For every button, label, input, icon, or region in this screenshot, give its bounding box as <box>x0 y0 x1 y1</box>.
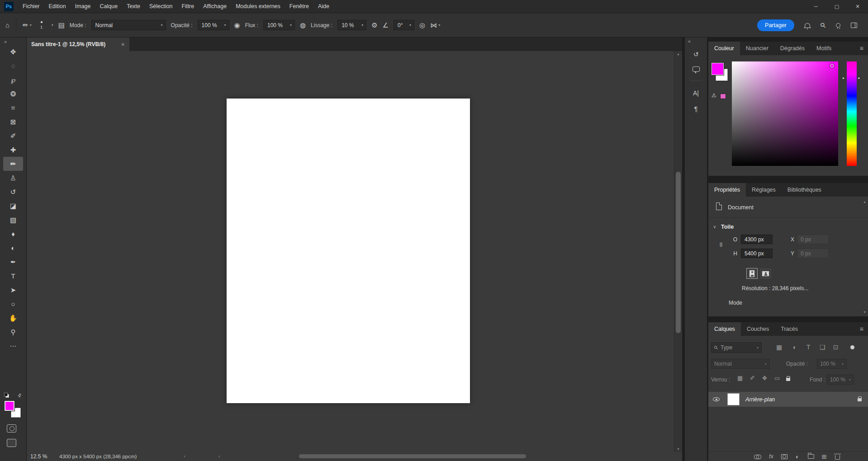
gradient-tool[interactable]: ▧ <box>3 213 23 227</box>
close-button[interactable]: ✕ <box>847 0 868 13</box>
menu-item-fichier[interactable]: Fichier <box>18 3 44 9</box>
smart-object-filter-icon[interactable]: ⊡ <box>833 343 839 351</box>
layer-thumbnail[interactable] <box>727 393 740 405</box>
foreground-color-swatch[interactable] <box>5 401 14 411</box>
share-button[interactable]: Partager <box>757 19 794 31</box>
discover-lightbulb-icon[interactable] <box>836 23 840 28</box>
link-dimensions-icon[interactable]: ∞ <box>718 242 725 247</box>
quick-selection-tool[interactable]: ❂ <box>3 87 23 101</box>
layer-visibility-eye-icon[interactable] <box>713 397 720 401</box>
vertical-scrollbar[interactable]: ▲ ▼ <box>674 51 682 452</box>
airbrush-icon[interactable]: ◍ <box>300 22 306 28</box>
foreground-color-chip[interactable] <box>711 63 724 75</box>
document-tab[interactable]: Sans titre-1 @ 12,5% (RVB/8) ✕ <box>27 38 129 51</box>
properties-tab-proprietes[interactable]: Propriétés <box>708 183 746 197</box>
menu-item-edition[interactable]: Edition <box>44 3 71 9</box>
new-layer-icon[interactable]: ⊞ <box>819 452 829 461</box>
blend-mode-select[interactable]: Normal <box>91 20 166 30</box>
panel-menu-icon[interactable]: ≡ <box>860 42 868 55</box>
color-tab-motifs[interactable]: Motifs <box>811 42 837 55</box>
document-canvas[interactable] <box>227 99 470 403</box>
layers-tab-calques[interactable]: Calques <box>708 322 741 336</box>
flow-select[interactable]: 100 % <box>263 20 295 30</box>
character-panel-icon[interactable]: A| <box>693 89 699 97</box>
workspace-layout-icon[interactable] <box>851 23 857 28</box>
lasso-tool[interactable]: ℘ <box>3 73 23 87</box>
new-group-icon[interactable] <box>806 452 816 461</box>
hue-marker-icon[interactable]: ◂ <box>858 76 859 80</box>
filter-toggle-icon[interactable] <box>850 345 854 349</box>
screen-mode-icon[interactable] <box>7 439 16 447</box>
lock-transparent-icon[interactable]: ▦ <box>737 375 743 381</box>
lock-paint-icon[interactable]: ✐ <box>750 375 755 381</box>
layer-effects-icon[interactable]: fx <box>766 452 776 461</box>
menu-item-image[interactable]: Image <box>71 3 95 9</box>
brush-settings-panel-icon[interactable]: ▤ <box>58 22 65 28</box>
hand-tool[interactable]: ✋ <box>3 311 23 325</box>
type-layer-filter-icon[interactable]: T <box>806 343 811 351</box>
dock-expand-icon[interactable]: « <box>685 38 707 44</box>
menu-item-modules-externes[interactable]: Modules externes <box>231 3 285 9</box>
edit-toolbar[interactable]: ⋯ <box>3 339 23 353</box>
new-adjustment-layer-icon[interactable]: ◐ <box>792 452 802 461</box>
comments-panel-icon[interactable] <box>693 66 700 72</box>
path-selection-tool[interactable]: ➤ <box>3 283 23 297</box>
zoom-level[interactable]: 12.5 % <box>30 453 47 460</box>
panel-menu-icon[interactable]: ≡ <box>860 322 868 336</box>
hue-marker-icon[interactable]: ▸ <box>843 76 844 80</box>
eraser-tool[interactable]: ◪ <box>3 199 23 213</box>
adjustment-layer-filter-icon[interactable]: ◐ <box>793 343 797 351</box>
swap-colors-icon[interactable]: ⇄ <box>16 392 23 399</box>
type-tool[interactable]: T <box>3 269 23 283</box>
chevron-down-icon[interactable]: ˅ <box>713 225 716 230</box>
color-field-cursor[interactable] <box>830 64 834 68</box>
menu-item-filtre[interactable]: Filtre <box>177 3 199 9</box>
search-icon[interactable]: ⚲ <box>818 20 828 30</box>
spot-healing-tool[interactable]: ✚ <box>3 143 23 157</box>
brush-tool[interactable]: ✏ <box>3 157 23 171</box>
shape-layer-filter-icon[interactable]: ❏ <box>820 343 825 351</box>
maximize-button[interactable]: ▢ <box>826 0 847 13</box>
history-panel-icon[interactable]: ↺ <box>693 51 699 58</box>
layer-filter-select[interactable]: ⚲ Type <box>711 342 762 353</box>
elliptical-marquee-tool[interactable]: ◌ <box>3 59 23 73</box>
menu-item-fenetre[interactable]: Fenêtre <box>285 3 313 9</box>
gamut-color-chip[interactable] <box>720 94 726 99</box>
brush-tool-preset[interactable]: ✏ ▾ <box>23 22 32 28</box>
paragraph-panel-icon[interactable]: ¶ <box>694 105 698 113</box>
minimize-button[interactable]: ─ <box>806 0 826 13</box>
move-tool[interactable]: ✥ <box>3 45 23 59</box>
lock-all-icon[interactable] <box>786 376 790 382</box>
pixel-layer-filter-icon[interactable]: ▦ <box>776 343 782 351</box>
properties-tab-reglages[interactable]: Réglages <box>746 183 782 197</box>
chevron-down-icon[interactable]: ▾ <box>52 23 53 27</box>
quick-mask-icon[interactable] <box>7 424 16 433</box>
menu-item-affichage[interactable]: Affichage <box>199 3 231 9</box>
canvas-area[interactable]: ▲ ▼ <box>27 51 682 452</box>
layer-locked-icon[interactable] <box>858 396 862 403</box>
scroll-up-icon[interactable]: ▲ <box>863 200 866 203</box>
color-tab-nuancier[interactable]: Nuancier <box>740 42 774 55</box>
lock-position-icon[interactable]: ✥ <box>762 375 767 381</box>
layer-row-background[interactable]: Arrière-plan <box>708 392 868 407</box>
scroll-down-icon[interactable]: ▼ <box>674 447 682 451</box>
add-layer-mask-icon[interactable] <box>779 452 789 461</box>
scroll-down-icon[interactable]: ▼ <box>863 310 866 314</box>
layers-tab-couches[interactable]: Couches <box>741 322 775 336</box>
hue-slider[interactable] <box>847 61 857 166</box>
scroll-up-icon[interactable]: ▲ <box>674 52 682 56</box>
status-chevron-icon[interactable]: › <box>184 453 185 459</box>
zoom-tool[interactable]: ⚲ <box>3 325 23 339</box>
delete-layer-icon[interactable] <box>832 452 842 461</box>
angle-input[interactable]: 0° <box>394 20 414 30</box>
orientation-portrait-button[interactable] <box>746 268 758 279</box>
gear-icon[interactable]: ⚙ <box>371 22 377 28</box>
vertical-scrollbar-thumb[interactable] <box>676 172 681 333</box>
close-tab-icon[interactable]: ✕ <box>121 42 125 47</box>
gamut-warning-icon[interactable]: ⚠ <box>711 92 716 99</box>
home-icon[interactable]: ⌂ <box>5 22 9 28</box>
properties-tab-bibliotheques[interactable]: Bibliothèques <box>782 183 827 197</box>
clone-stamp-tool[interactable]: ♙ <box>3 171 23 185</box>
width-input[interactable]: 4300 px <box>741 235 773 244</box>
symmetry-control[interactable]: ⋈ ▾ <box>430 22 440 28</box>
